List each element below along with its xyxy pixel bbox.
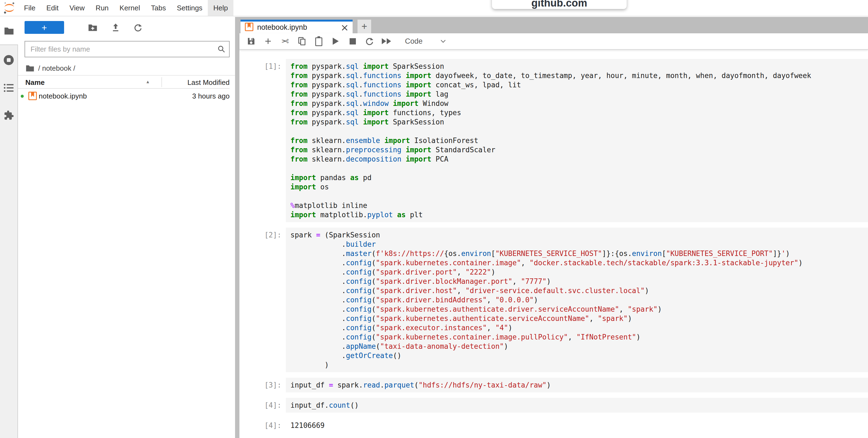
- code-cell[interactable]: [1]:from pyspark.sql import SparkSession…: [240, 59, 868, 222]
- execution-prompt: [1]:: [240, 59, 286, 222]
- scissors-icon: ✂: [281, 36, 289, 47]
- menu-item-settings[interactable]: Settings: [171, 0, 208, 16]
- menu-item-kernel[interactable]: Kernel: [114, 0, 145, 16]
- sidebar-tab-table-of-contents[interactable]: [3, 83, 14, 92]
- column-header-name[interactable]: Name: [25, 78, 45, 87]
- cut-cells-button[interactable]: ✂: [280, 36, 290, 47]
- cell-code-editor[interactable]: input_df.count(): [286, 398, 868, 413]
- save-icon: [247, 37, 255, 46]
- sort-ascending-icon: ▲: [146, 80, 150, 84]
- code-cell[interactable]: [4]:input_df.count(): [240, 398, 868, 413]
- activity-bar: [0, 17, 18, 438]
- file-row-notebook[interactable]: notebook.ipynb 3 hours ago: [18, 89, 229, 103]
- folder-icon: [4, 27, 14, 35]
- site-info-popup-text: github.com: [531, 0, 587, 9]
- restart-kernel-button[interactable]: [365, 36, 374, 47]
- copy-icon: [298, 37, 305, 45]
- run-icon: [333, 38, 339, 45]
- execution-prompt: [4]:: [240, 398, 286, 413]
- code-cell[interactable]: [3]:input_df = spark.read.parquet("hdfs:…: [240, 378, 868, 392]
- notebook-content: [1]:from pyspark.sql import SparkSession…: [240, 50, 868, 438]
- interrupt-kernel-button[interactable]: [348, 36, 358, 47]
- kernel-running-dot: [21, 95, 24, 98]
- panel-splitter[interactable]: [235, 17, 240, 438]
- notebook-tab-icon: [245, 23, 253, 32]
- refresh-icon: [134, 23, 142, 32]
- file-browser-toolbar: +: [18, 21, 235, 38]
- notebook-file-icon: [28, 92, 37, 102]
- site-info-popup: github.com: [492, 0, 627, 9]
- fast-forward-icon: [382, 38, 391, 44]
- restart-run-all-button[interactable]: [381, 36, 391, 47]
- run-cell-button[interactable]: [331, 36, 341, 47]
- tab-notebook-ipynb[interactable]: notebook.ipynb ×: [241, 20, 352, 33]
- upload-icon: [112, 23, 120, 32]
- menu-item-help[interactable]: Help: [208, 0, 233, 16]
- cell-output-text: 12106669: [286, 418, 868, 430]
- filter-files-input[interactable]: [25, 41, 229, 57]
- output-cell[interactable]: [4]:12106669: [240, 418, 868, 430]
- search-icon: [217, 45, 226, 55]
- new-tab-button[interactable]: +: [358, 20, 371, 33]
- file-last-modified: 3 hours ago: [192, 92, 229, 100]
- new-launcher-button[interactable]: +: [25, 21, 64, 34]
- restart-icon: [365, 37, 374, 46]
- output-prompt: [4]:: [240, 418, 286, 430]
- menu-item-view[interactable]: View: [64, 0, 90, 16]
- menu-item-tabs[interactable]: Tabs: [145, 0, 171, 16]
- tab-label: notebook.ipynb: [257, 23, 307, 32]
- cell-code-editor[interactable]: from pyspark.sql import SparkSession fro…: [286, 59, 868, 222]
- cell-type-dropdown[interactable]: Code: [405, 37, 446, 46]
- list-icon: [3, 83, 14, 92]
- breadcrumb[interactable]: / notebook /: [26, 63, 75, 74]
- file-name: notebook.ipynb: [39, 92, 87, 100]
- cell-code-editor[interactable]: spark = (SparkSession .builder .master(f…: [286, 228, 868, 372]
- sidebar-tab-running-sessions[interactable]: [3, 54, 14, 66]
- main-dock: notebook.ipynb × + ✂: [240, 17, 868, 438]
- refresh-button[interactable]: [132, 21, 144, 34]
- add-cell-button[interactable]: [263, 36, 273, 47]
- jupyter-logo: [0, 0, 15, 16]
- column-header-last-modified[interactable]: Last Modified: [187, 78, 229, 87]
- home-folder-icon: [26, 65, 34, 72]
- close-tab-icon[interactable]: ×: [341, 24, 349, 32]
- menu-item-edit[interactable]: Edit: [41, 0, 64, 16]
- clipboard-icon: [315, 37, 322, 46]
- column-separator: [161, 77, 162, 87]
- sidebar-tab-file-browser[interactable]: [0, 17, 18, 45]
- dock-tab-bar: notebook.ipynb × +: [240, 17, 868, 33]
- menu-item-run[interactable]: Run: [90, 0, 114, 16]
- code-cell[interactable]: [2]:spark = (SparkSession .builder .mast…: [240, 228, 868, 372]
- upload-button[interactable]: [110, 21, 122, 34]
- copy-cells-button[interactable]: [297, 36, 307, 47]
- add-icon: [264, 37, 272, 45]
- execution-prompt: [2]:: [240, 228, 286, 372]
- jupyterlab-window: File Edit View Run Kernel Tabs Settings …: [0, 0, 868, 438]
- save-button[interactable]: [246, 36, 256, 47]
- file-browser-panel: +: [18, 17, 235, 438]
- menu-bar: File Edit View Run Kernel Tabs Settings …: [0, 0, 868, 17]
- menu-item-file[interactable]: File: [19, 0, 41, 16]
- cell-code-editor[interactable]: input_df = spark.read.parquet("hdfs://hd…: [286, 378, 868, 392]
- notebook-cells: [1]:from pyspark.sql import SparkSession…: [240, 59, 868, 430]
- chevron-down-icon: [440, 39, 446, 43]
- jupyter-logo-icon: [3, 1, 15, 14]
- new-folder-icon: [88, 24, 97, 31]
- stop-icon: [350, 38, 356, 45]
- execution-prompt: [3]:: [240, 378, 286, 392]
- paste-cells-button[interactable]: [314, 36, 324, 47]
- file-listing-header: Name ▲ Last Modified: [18, 76, 229, 89]
- breadcrumb-path: / notebook /: [38, 64, 75, 72]
- cell-type-value: Code: [405, 37, 423, 46]
- sidebar-tab-extension-manager[interactable]: [3, 110, 14, 121]
- new-folder-button[interactable]: [87, 21, 99, 34]
- activity-bar-panel: [0, 45, 18, 438]
- stop-circle-icon: [3, 54, 14, 66]
- filter-files-wrap: [25, 41, 229, 57]
- puzzle-icon: [3, 110, 14, 121]
- notebook-toolbar: ✂ Code: [240, 33, 868, 50]
